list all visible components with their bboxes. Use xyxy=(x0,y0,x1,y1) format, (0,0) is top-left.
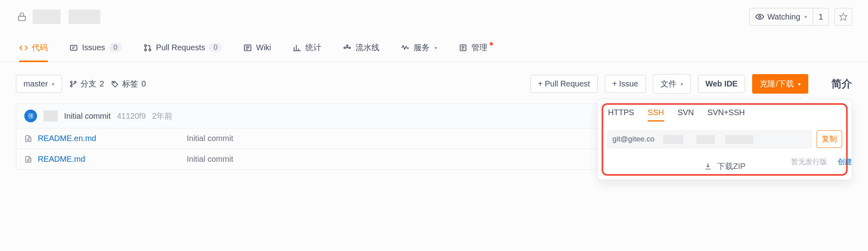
star-button[interactable] xyxy=(835,8,852,25)
chevron-down-icon: ▾ xyxy=(52,81,55,87)
clone-tab-ssh[interactable]: SSH xyxy=(648,108,664,122)
branches-label: 分支 xyxy=(80,78,96,89)
watch-count: 1 xyxy=(813,12,829,22)
tab-wiki[interactable]: Wiki xyxy=(243,33,271,62)
popover-arrow-icon xyxy=(802,95,809,99)
chevron-down-icon: ▾ xyxy=(434,45,437,51)
tab-wiki-label: Wiki xyxy=(256,43,271,52)
wiki-icon xyxy=(243,43,252,52)
issues-count: 0 xyxy=(109,43,122,52)
chevron-down-icon: ▾ xyxy=(798,81,801,87)
file-icon xyxy=(24,134,32,143)
tab-stats[interactable]: 统计 xyxy=(293,33,321,62)
redacted-url-part xyxy=(663,135,683,144)
file-name[interactable]: README.md xyxy=(38,155,181,164)
download-zip-label: 下载ZIP xyxy=(717,162,745,171)
stats-icon xyxy=(293,43,301,52)
tags-count: 0 xyxy=(141,79,146,88)
clone-url-row: git@gitee.co 复制 xyxy=(598,127,852,155)
tab-pr-label: Pull Requests xyxy=(156,43,205,52)
svg-point-4 xyxy=(145,45,147,47)
file-commit-message[interactable]: Initial commit xyxy=(187,134,233,143)
intro-heading: 简介 xyxy=(831,77,852,91)
tab-pull-requests[interactable]: Pull Requests 0 xyxy=(143,33,222,62)
issues-icon xyxy=(69,43,78,52)
web-ide-button[interactable]: Web IDE xyxy=(698,75,745,93)
clone-download-button[interactable]: 克隆/下载 ▾ xyxy=(752,74,808,94)
clone-protocol-tabs: HTTPS SSH SVN SVN+SSH xyxy=(598,99,852,127)
repo-toolbar: master ▾ 分支 2 标签 0 + Pull Request + Issu… xyxy=(0,62,868,104)
chevron-down-icon: ▾ xyxy=(804,14,807,20)
tags-label: 标签 xyxy=(122,78,138,89)
chevron-down-icon: ▾ xyxy=(680,81,683,87)
new-issue-button[interactable]: + Issue xyxy=(605,75,646,93)
pipeline-icon xyxy=(343,43,352,52)
commit-sha[interactable]: 41120f9 xyxy=(117,112,146,121)
create-release-link[interactable]: 创建 xyxy=(838,158,852,166)
redacted-repo xyxy=(68,10,100,24)
svg-point-14 xyxy=(74,81,76,82)
clone-url-input[interactable]: git@gitee.co xyxy=(607,130,812,148)
file-menu-button[interactable]: 文件 ▾ xyxy=(653,74,691,94)
tab-code-label: 代码 xyxy=(32,42,48,53)
clone-tab-svn[interactable]: SVN xyxy=(678,108,694,122)
file-commit-message[interactable]: Initial commit xyxy=(187,155,233,164)
tab-pipelines[interactable]: 流水线 xyxy=(343,33,379,62)
svg-marker-2 xyxy=(840,13,847,20)
code-icon xyxy=(19,43,28,52)
tab-code[interactable]: 代码 xyxy=(19,33,48,62)
no-release-text: 暂无发行版 xyxy=(791,158,827,166)
redacted-url-part xyxy=(725,135,753,144)
tab-services[interactable]: 服务 ▾ xyxy=(401,33,437,62)
svg-rect-3 xyxy=(70,45,77,50)
repo-nav: 代码 Issues 0 Pull Requests 0 Wiki 统计 流水线 … xyxy=(0,33,868,62)
watch-button[interactable]: Watching ▾ xyxy=(750,8,813,25)
svg-point-13 xyxy=(70,85,72,86)
branch-selector[interactable]: master ▾ xyxy=(16,75,62,93)
repo-content: 张 Initial commit 41120f9 2年前 README.en.m… xyxy=(0,104,868,170)
branches-link[interactable]: 分支 2 xyxy=(69,78,104,89)
watch-label: Watching xyxy=(767,12,800,22)
tag-icon xyxy=(111,80,119,88)
tab-issues-label: Issues xyxy=(82,43,105,52)
svg-point-10 xyxy=(346,45,348,46)
pr-count: 0 xyxy=(209,43,222,52)
clone-tab-svn-ssh[interactable]: SVN+SSH xyxy=(708,108,745,122)
services-icon xyxy=(401,43,410,52)
clone-label: 克隆/下载 xyxy=(760,78,794,89)
clone-tab-https[interactable]: HTTPS xyxy=(608,108,634,122)
file-name[interactable]: README.en.md xyxy=(38,134,181,143)
file-icon xyxy=(24,155,32,164)
redacted-author xyxy=(43,110,58,122)
branches-count: 2 xyxy=(100,79,104,88)
branch-name: master xyxy=(23,79,48,88)
svg-point-6 xyxy=(149,49,151,51)
notification-dot-icon xyxy=(490,42,493,45)
file-menu-label: 文件 xyxy=(661,78,676,89)
commit-time: 2年前 xyxy=(152,111,172,122)
redacted-owner xyxy=(33,10,61,24)
lock-icon xyxy=(17,11,27,23)
redacted-url-part xyxy=(696,135,715,144)
eye-icon xyxy=(755,12,764,21)
new-pull-request-button[interactable]: + Pull Request xyxy=(530,75,598,93)
svg-point-15 xyxy=(113,82,115,83)
commit-message[interactable]: Initial commit xyxy=(64,112,111,121)
tab-manage[interactable]: 管理 xyxy=(459,33,495,62)
tab-pipelines-label: 流水线 xyxy=(356,42,379,53)
avatar[interactable]: 张 xyxy=(24,110,37,122)
svg-point-8 xyxy=(344,47,346,49)
tags-link[interactable]: 标签 0 xyxy=(111,78,146,89)
tab-issues[interactable]: Issues 0 xyxy=(69,33,122,62)
pull-request-icon xyxy=(143,43,152,52)
svg-rect-0 xyxy=(18,16,25,21)
manage-icon xyxy=(459,43,467,52)
branch-icon xyxy=(69,80,77,88)
copy-url-button[interactable]: 复制 xyxy=(817,130,842,148)
release-footer: 暂无发行版 创建 xyxy=(791,157,852,167)
svg-point-5 xyxy=(145,49,147,51)
svg-point-1 xyxy=(759,16,761,18)
repo-header: Watching ▾ 1 xyxy=(0,0,868,33)
watch-control[interactable]: Watching ▾ 1 xyxy=(749,8,829,25)
svg-point-12 xyxy=(70,81,72,82)
